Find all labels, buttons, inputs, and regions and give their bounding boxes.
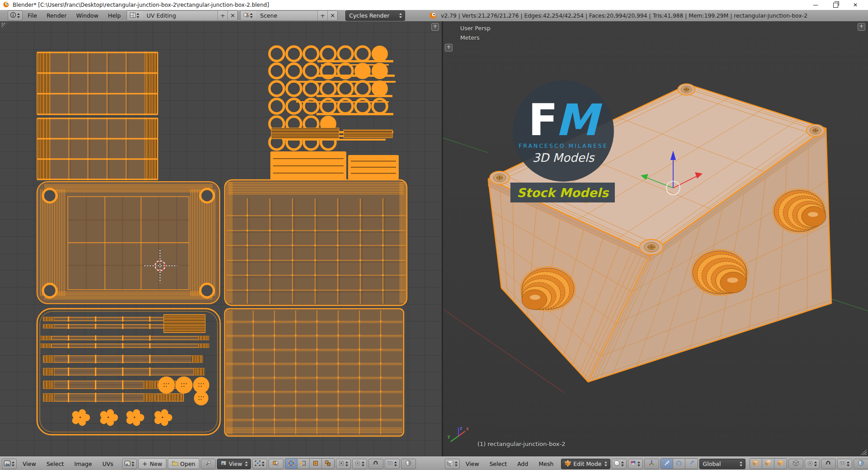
render-engine-dropdown[interactable]: Cycles Render xyxy=(345,10,405,21)
uv-canvas[interactable] xyxy=(0,21,442,456)
vertex-cube-icon xyxy=(752,460,759,468)
browse-image-button[interactable] xyxy=(122,459,137,469)
scale-manipulator-button[interactable] xyxy=(685,459,698,469)
pivot-point-dropdown[interactable] xyxy=(628,459,643,469)
display-channels-button[interactable] xyxy=(401,459,416,469)
blender-logo-icon xyxy=(429,11,437,20)
uv-select-face-button[interactable] xyxy=(310,459,322,469)
layout-browse-button[interactable] xyxy=(127,11,142,20)
orientation-label: Global xyxy=(703,461,721,467)
editor-mode-dropdown[interactable]: View xyxy=(217,459,251,469)
occlude-geometry-toggle[interactable] xyxy=(788,459,803,469)
uv-menu-uvs[interactable]: UVs xyxy=(98,461,118,467)
image-icon xyxy=(124,460,131,468)
uv-menu-image[interactable]: Image xyxy=(70,461,96,467)
dropdown-arrows-icon xyxy=(621,461,624,467)
dropdown-arrows-icon xyxy=(739,461,743,467)
close-button[interactable]: ✕ xyxy=(845,0,865,10)
proportional-circle-icon xyxy=(807,460,813,468)
viewport-shading-dropdown[interactable] xyxy=(612,459,627,469)
snap-toggle[interactable] xyxy=(368,459,383,469)
editor-type-button-info[interactable] xyxy=(8,10,23,21)
sticky-selection-dropdown[interactable] xyxy=(336,459,351,469)
snap-element-dropdown[interactable] xyxy=(385,459,400,469)
watermark-initial-m: M xyxy=(555,103,599,138)
scene-delete-button[interactable]: ✕ xyxy=(327,11,337,20)
scene-name-field[interactable]: Scene xyxy=(256,12,317,19)
dropdown-arrows-icon xyxy=(261,461,265,467)
blender-logo-icon xyxy=(3,1,9,9)
toolshelf-toggle[interactable]: + xyxy=(445,44,453,52)
uv-menu-view[interactable]: View xyxy=(18,461,41,467)
uv-select-vertex-button[interactable] xyxy=(285,459,297,469)
snap-toggle[interactable] xyxy=(821,459,836,469)
menu-window[interactable]: Window xyxy=(71,12,103,19)
menu-help[interactable]: Help xyxy=(104,12,126,19)
pin-image-button[interactable] xyxy=(201,459,216,469)
snap-element-dropdown[interactable] xyxy=(837,459,852,469)
scene-add-button[interactable]: + xyxy=(317,11,327,20)
folder-icon xyxy=(172,460,179,468)
proportional-edit-dropdown[interactable] xyxy=(805,459,820,469)
manipulator-toggle[interactable] xyxy=(644,459,659,469)
viewport-3d-icon xyxy=(447,460,454,468)
restore-button[interactable] xyxy=(826,0,845,10)
manipulator-axes-icon xyxy=(648,460,655,468)
editor-type-button[interactable] xyxy=(2,459,17,469)
scene-browse-button[interactable] xyxy=(241,11,256,20)
orientation-dropdown[interactable]: Global xyxy=(699,459,745,469)
menu-render[interactable]: Render xyxy=(42,12,71,19)
uv-menu-select[interactable]: Select xyxy=(42,461,69,467)
image-editor-icon xyxy=(4,460,11,468)
dropdown-arrows-icon xyxy=(394,461,397,467)
watermark-banner: Stock Models xyxy=(510,183,615,202)
layout-name-field[interactable]: UV Editing xyxy=(142,12,217,19)
view3d-menu-view[interactable]: View xyxy=(461,461,484,467)
new-image-button[interactable]: + New xyxy=(138,458,166,469)
viewport-canvas[interactable] xyxy=(443,21,868,456)
open-image-button[interactable]: Open xyxy=(168,458,199,469)
proportional-circle-icon xyxy=(354,460,361,468)
view3d-menu-mesh[interactable]: Mesh xyxy=(534,461,558,467)
dropdown-arrows-icon xyxy=(846,461,850,467)
uv-sync-selection-toggle[interactable] xyxy=(269,459,283,469)
dropdown-arrows-icon xyxy=(11,461,15,467)
editor-type-button[interactable] xyxy=(445,459,460,469)
view3d-menu-select[interactable]: Select xyxy=(485,461,512,467)
uv-select-edge-button[interactable] xyxy=(297,459,310,469)
viewport-3d[interactable]: User Persp Meters + + F M FRANCESCO MILA… xyxy=(443,21,868,456)
interaction-mode-label: Edit Mode xyxy=(573,461,601,467)
minimize-button[interactable]: — xyxy=(806,0,826,10)
layout-add-button[interactable]: + xyxy=(217,11,227,20)
uv-select-island-button[interactable] xyxy=(322,459,334,469)
opengl-render-button[interactable] xyxy=(854,459,868,469)
edge-select-mode-button[interactable] xyxy=(762,459,774,469)
uv-image-editor[interactable]: + xyxy=(0,21,442,456)
rotate-arc-icon xyxy=(676,460,682,468)
blender-window: Blender* [C:\Users\franc\Desktop\rectang… xyxy=(0,0,868,470)
uv-properties-toggle[interactable]: + xyxy=(431,23,439,31)
axis-x-label: x xyxy=(466,426,469,431)
dropdown-arrows-icon xyxy=(250,13,253,19)
layout-delete-button[interactable]: ✕ xyxy=(227,11,237,20)
watermark-logo: F M FRANCESCO MILANESE 3D Models xyxy=(513,80,614,182)
pivot-center-dropdown[interactable] xyxy=(252,459,267,469)
proportional-edit-dropdown[interactable] xyxy=(352,459,367,469)
info-header: File Render Window Help UV Editing + ✕ S… xyxy=(0,10,868,22)
properties-toggle[interactable]: + xyxy=(858,23,865,31)
watermark-initial-f: F xyxy=(528,103,558,138)
scale-icon xyxy=(688,460,694,468)
region-corner-grip[interactable] xyxy=(1,13,7,19)
translate-manipulator-button[interactable] xyxy=(661,459,673,469)
rotate-manipulator-button[interactable] xyxy=(673,459,685,469)
magnet-icon xyxy=(373,460,379,468)
watermark-subtitle: 3D Models xyxy=(533,151,594,164)
editor-mode-label: View xyxy=(229,461,242,467)
view3d-menu-add[interactable]: Add xyxy=(513,461,533,467)
menu-file[interactable]: File xyxy=(23,12,42,19)
interaction-mode-dropdown[interactable]: Edit Mode xyxy=(561,459,610,469)
dropdown-arrows-icon xyxy=(361,461,365,467)
uv-sync-icon xyxy=(273,460,279,468)
face-select-mode-button[interactable] xyxy=(774,459,787,469)
vertex-select-mode-button[interactable] xyxy=(750,459,762,469)
